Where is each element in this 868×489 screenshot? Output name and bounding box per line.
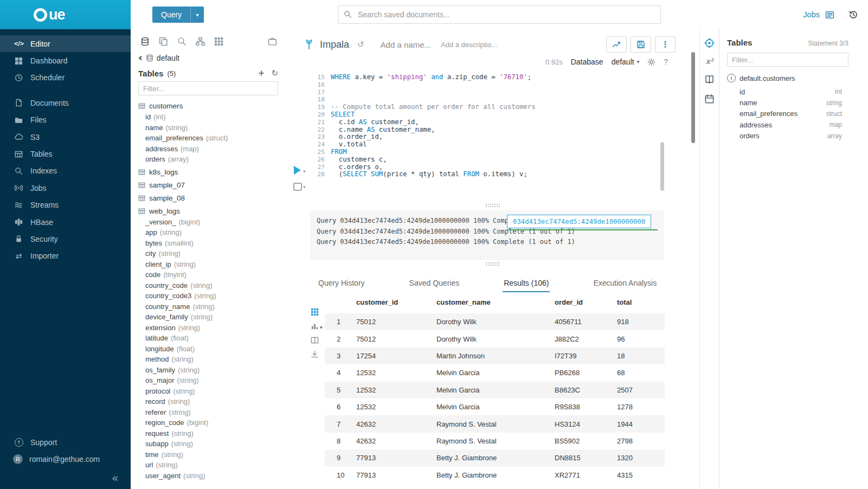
assist-search-icon[interactable] <box>177 37 187 46</box>
sidebar-item-s3[interactable]: S3 <box>0 128 131 145</box>
format-button[interactable] <box>293 183 302 191</box>
table-column-row[interactable]: email_preferences struct <box>719 108 868 119</box>
current-database[interactable]: default <box>157 54 179 62</box>
column-header[interactable]: customer_name <box>436 298 555 306</box>
assist-column-row[interactable]: region_code (bigint) <box>131 417 286 428</box>
table-row[interactable]: 2 75012 Dorothy Wilk J882C2 96 <box>325 330 665 347</box>
editor-scrollbar[interactable] <box>660 142 664 191</box>
assist-column-row[interactable]: url (string) <box>131 460 286 471</box>
assist-column-row[interactable]: _version_ (bigint) <box>131 217 286 228</box>
sidebar-item-files[interactable]: Files <box>0 112 131 128</box>
assist-column-row[interactable]: id (int) <box>131 112 286 123</box>
database-select[interactable]: default ▾ <box>612 57 640 66</box>
table-row[interactable]: 3 17254 Martin Johnson I72T39 18 <box>325 348 665 364</box>
query-history-icon[interactable]: ↺ <box>357 41 364 49</box>
functions-icon[interactable]: x² <box>706 57 713 65</box>
new-query-button[interactable]: Query ▾ <box>152 7 204 23</box>
chart-button[interactable] <box>606 36 627 53</box>
table-column-row[interactable]: orders array <box>719 131 868 141</box>
assist-table-row[interactable]: k8s_logs <box>131 166 286 178</box>
table-row[interactable]: 6 12532 Melvin Garcia R9S838 1278 <box>325 398 665 415</box>
sidebar-item-jobs[interactable]: Jobs <box>0 179 131 196</box>
assist-filter-input[interactable] <box>138 81 278 95</box>
column-header[interactable]: total <box>617 298 665 306</box>
language-reference-icon[interactable] <box>704 74 715 85</box>
chart-caret-icon[interactable]: ▾ <box>320 325 323 330</box>
assist-table-row[interactable]: web_logs <box>131 205 286 217</box>
chart-view-icon[interactable] <box>311 322 319 330</box>
assist-table-row[interactable]: customers <box>131 100 286 112</box>
assist-table-row[interactable]: sample_07 <box>131 179 286 191</box>
save-button[interactable] <box>631 36 651 53</box>
assist-column-row[interactable]: method (string) <box>131 354 286 365</box>
briefcase-icon[interactable] <box>268 37 277 46</box>
sidebar-item-scheduler[interactable]: Scheduler <box>0 69 131 86</box>
back-chevron-icon[interactable]: ‹ <box>138 53 143 63</box>
sidebar-user[interactable]: R romain@gethue.com <box>0 451 131 468</box>
sitemap-icon[interactable] <box>196 37 205 46</box>
table-row[interactable]: 4 12532 Melvin Garcia PB6268 68 <box>325 364 665 381</box>
tab-execution-analysis[interactable]: Execution Analysis <box>592 274 658 292</box>
jobs-list-icon[interactable] <box>825 10 834 20</box>
assist-column-row[interactable]: orders (array) <box>131 154 286 165</box>
assist-column-row[interactable]: referer (string) <box>131 407 286 418</box>
execute-options-caret-icon[interactable]: ▾ <box>303 169 306 174</box>
help-icon[interactable]: ? <box>664 57 668 66</box>
assist-column-row[interactable]: country_code3 (string) <box>131 291 286 301</box>
query-description-input[interactable]: Add a descriptio... <box>441 41 497 49</box>
format-options-caret-icon[interactable]: ▾ <box>303 184 306 190</box>
query-dropdown-caret-icon[interactable]: ▾ <box>190 7 204 23</box>
assist-column-row[interactable]: os_family (string) <box>131 365 286 376</box>
table-row[interactable]: 10 77913 Betty J. Giambrone XR2771 4315 <box>325 467 665 484</box>
sidebar-item-indexes[interactable]: Indexes <box>0 163 131 179</box>
table-row[interactable]: 8 42632 Raymond S. Vestal BS5902 2798 <box>325 433 665 449</box>
sidebar-item-security[interactable]: Security <box>0 230 131 247</box>
sidebar-item-editor[interactable]: </> Editor <box>0 35 131 52</box>
grid-view-icon[interactable] <box>311 308 319 316</box>
hue-logo[interactable]: ue <box>0 0 131 29</box>
assist-column-row[interactable]: addresses (map) <box>131 144 286 155</box>
resize-handle-bottom[interactable] <box>486 262 500 267</box>
table-row[interactable]: 1 75012 Dorothy Wilk 4056711 918 <box>325 313 665 330</box>
query-name-input[interactable]: Add a name... <box>381 40 431 49</box>
refresh-icon[interactable]: ↻ <box>271 69 278 78</box>
execute-button[interactable] <box>294 166 301 175</box>
download-icon[interactable] <box>311 350 319 358</box>
search-input[interactable] <box>338 5 661 24</box>
assist-column-row[interactable]: user_agent (string) <box>131 471 286 481</box>
assist-column-row[interactable]: name (string) <box>131 123 286 133</box>
tab-results-106[interactable]: Results (106) <box>503 274 550 292</box>
column-header[interactable]: order_id <box>555 298 617 306</box>
sidebar-item-dashboard[interactable]: Dashboard <box>0 52 131 69</box>
settings-gear-icon[interactable] <box>647 58 655 66</box>
assist-column-row[interactable]: os_major (string) <box>131 375 286 386</box>
assist-column-row[interactable]: country_code (string) <box>131 280 286 291</box>
history-icon[interactable] <box>848 10 858 20</box>
assist-column-row[interactable]: app (string) <box>131 227 286 238</box>
assist-column-row[interactable]: client_ip (string) <box>131 259 286 270</box>
assist-column-row[interactable]: request (string) <box>131 428 286 439</box>
resize-handle-top[interactable] <box>486 204 500 208</box>
collapse-sidebar-button[interactable]: « <box>0 468 131 486</box>
right-filter-input[interactable] <box>727 53 848 67</box>
table-column-row[interactable]: addresses map <box>719 119 868 130</box>
more-actions-button[interactable]: ⋮ <box>655 36 676 53</box>
main-scrollbar[interactable] <box>691 52 695 143</box>
assist-column-row[interactable]: device_family (string) <box>131 312 286 323</box>
assist-column-row[interactable]: country_name (string) <box>131 301 286 312</box>
schedule-icon[interactable] <box>704 94 715 104</box>
sidebar-item-documents[interactable]: Documents <box>0 94 131 111</box>
query-id-tooltip[interactable]: 034d413ec7474ed5:4249de1000000000 <box>507 215 651 228</box>
assist-column-row[interactable]: time (string) <box>131 449 286 460</box>
assist-column-row[interactable]: email_preferences (struct) <box>131 133 286 144</box>
databases-icon[interactable] <box>140 37 150 46</box>
assist-column-row[interactable]: code (tinyint) <box>131 269 286 280</box>
assistant-icon[interactable] <box>704 38 715 48</box>
assist-column-row[interactable]: latitude (float) <box>131 333 286 344</box>
table-row[interactable]: 7 42632 Raymond S. Vestal HS3124 1944 <box>325 415 665 432</box>
assist-column-row[interactable]: longitude (float) <box>131 344 286 355</box>
jobs-link[interactable]: Jobs <box>803 10 820 19</box>
sidebar-item-hbase[interactable]: HBase <box>0 214 131 230</box>
table-column-row[interactable]: name string <box>719 97 868 108</box>
assist-column-row[interactable]: record (string) <box>131 396 286 407</box>
